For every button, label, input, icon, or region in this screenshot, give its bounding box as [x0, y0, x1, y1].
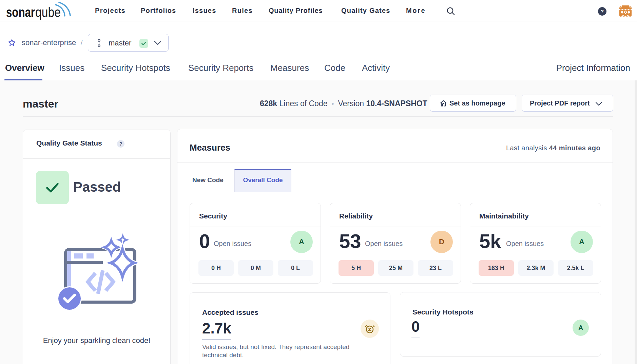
svg-text:sonar: sonar — [6, 5, 35, 20]
svg-text:qube: qube — [35, 5, 61, 20]
